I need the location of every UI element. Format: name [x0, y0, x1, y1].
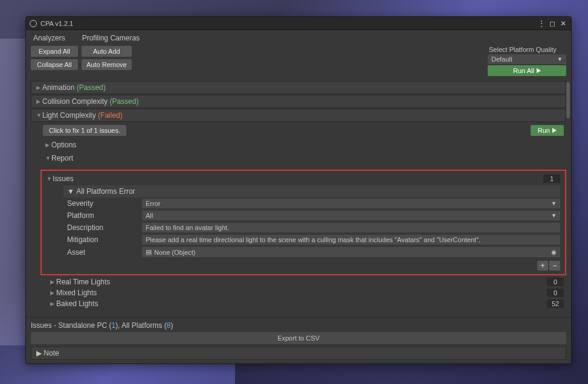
baked-lights-foldout[interactable]: ▶ Baked Lights 52 — [48, 298, 566, 309]
severity-select[interactable]: Error ▼ — [142, 199, 560, 208]
tab-row: Analyzers Profiling Cameras — [26, 30, 571, 45]
section-label: Animation — [42, 83, 74, 92]
description-label: Description — [63, 223, 142, 232]
foldout-label: Mixed Lights — [56, 289, 97, 297]
note-foldout[interactable]: ▶ Note — [31, 347, 566, 360]
footer: Issues - Standalone PC (1), All Platform… — [26, 317, 571, 363]
platform-quality-select[interactable]: Default ▼ — [488, 54, 566, 64]
note-label: Note — [44, 349, 59, 357]
light-complexity-body: Click to fix 1 of 1 issues. Run ▶ Option… — [31, 123, 566, 167]
remove-button[interactable]: − — [549, 261, 560, 270]
options-foldout[interactable]: ▶ Options — [43, 138, 564, 152]
mitigation-label: Mitigation — [63, 235, 142, 244]
severity-label: Severity — [63, 199, 142, 208]
chevron-right-icon: ▶ — [50, 279, 56, 285]
issues-summary: Issues - Standalone PC (1), All Platform… — [31, 321, 566, 330]
status-badge: (Passed) — [109, 97, 138, 106]
titlebar: CPA v1.2.1 ⋮ ◻ ✕ — [26, 17, 571, 30]
asset-label: Asset — [63, 248, 142, 257]
real-time-lights-foldout[interactable]: ▶ Real Time Lights 0 — [48, 277, 566, 287]
count-badge: 0 — [547, 289, 564, 297]
light-stats: ▶ Real Time Lights 0 ▶ Mixed Lights 0 ▶ … — [48, 277, 566, 309]
run-all-button[interactable]: Run All — [488, 65, 566, 76]
play-icon — [552, 128, 557, 133]
object-picker-icon[interactable]: ◉ — [551, 249, 557, 255]
status-badge: (Failed) — [98, 111, 123, 120]
platform-label: Platform — [63, 211, 142, 220]
expand-all-button[interactable]: Expand All — [31, 46, 78, 57]
issue-header[interactable]: ▼ All Platforms Error — [63, 185, 560, 197]
section-label: Light Complexity — [42, 111, 96, 120]
chevron-right-icon: ▶ — [36, 85, 42, 91]
report-label: Report — [51, 154, 73, 162]
chevron-right-icon: ▶ — [50, 290, 56, 296]
issues-highlight-box: ▼ Issues 1 ▼ All Platforms Error Severit… — [40, 170, 566, 275]
object-icon: ▤ — [146, 248, 152, 256]
analyzers-list: ▶ Animation (Passed) ▶ Collision Complex… — [26, 81, 571, 317]
chevron-right-icon: ▶ — [36, 349, 44, 357]
chevron-down-icon: ▼ — [551, 213, 557, 219]
menu-icon[interactable]: ⋮ — [537, 19, 546, 28]
section-label: Collision Complexity — [42, 97, 108, 106]
maximize-icon[interactable]: ◻ — [548, 19, 557, 28]
issues-count: 1 — [543, 174, 560, 183]
options-label: Options — [51, 141, 76, 149]
cpa-window: CPA v1.2.1 ⋮ ◻ ✕ Analyzers Profiling Cam… — [25, 16, 572, 364]
play-icon — [537, 68, 541, 73]
chevron-right-icon: ▶ — [36, 98, 42, 104]
foldout-label: Real Time Lights — [56, 278, 110, 286]
chevron-down-icon: ▼ — [36, 112, 42, 118]
export-csv-button[interactable]: Export to CSV — [31, 332, 566, 344]
description-field[interactable]: Failed to find an avatar light. — [142, 223, 560, 232]
tab-profiling-cameras[interactable]: Profiling Cameras — [80, 33, 142, 43]
auto-remove-button[interactable]: Auto Remove — [82, 59, 132, 70]
section-light-complexity[interactable]: ▼ Light Complexity (Failed) — [31, 109, 566, 122]
chevron-down-icon: ▼ — [551, 200, 557, 206]
toolbar: Expand All Collapse All Auto Add Auto Re… — [26, 45, 571, 81]
run-button[interactable]: Run — [531, 125, 564, 136]
platform-select[interactable]: All ▼ — [142, 211, 560, 220]
section-animation[interactable]: ▶ Animation (Passed) — [31, 81, 566, 94]
status-badge: (Passed) — [77, 83, 106, 92]
issue-title: All Platforms Error — [76, 187, 135, 196]
asset-object-field[interactable]: ▤ None (Object) ◉ — [142, 247, 560, 257]
close-icon[interactable]: ✕ — [559, 19, 567, 28]
window-title: CPA v1.2.1 — [40, 20, 73, 27]
chevron-right-icon: ▶ — [50, 301, 56, 307]
platform-quality-label: Select Platform Quality — [488, 46, 566, 53]
platform-quality-value: Default — [491, 56, 512, 63]
tab-analyzers[interactable]: Analyzers — [31, 33, 68, 43]
fix-issues-button[interactable]: Click to fix 1 of 1 issues. — [43, 125, 126, 136]
chevron-down-icon: ▼ — [557, 56, 563, 62]
mitigation-field[interactable]: Please add a real time directional light… — [142, 235, 560, 245]
auto-add-button[interactable]: Auto Add — [82, 46, 132, 57]
chevron-right-icon: ▶ — [45, 142, 51, 148]
chevron-down-icon: ▼ — [45, 155, 51, 161]
scrollbar[interactable] — [566, 82, 570, 118]
foldout-label: Baked Lights — [56, 299, 98, 308]
chevron-down-icon: ▼ — [67, 187, 76, 196]
chevron-down-icon: ▼ — [47, 176, 53, 182]
app-icon — [30, 20, 37, 27]
add-button[interactable]: + — [537, 261, 548, 270]
section-collision-complexity[interactable]: ▶ Collision Complexity (Passed) — [31, 95, 566, 108]
count-badge: 0 — [547, 278, 564, 286]
count-badge: 52 — [547, 299, 564, 308]
issues-label: Issues — [53, 174, 74, 183]
report-foldout[interactable]: ▼ Report — [43, 152, 564, 165]
mixed-lights-foldout[interactable]: ▶ Mixed Lights 0 — [48, 287, 566, 298]
collapse-all-button[interactable]: Collapse All — [31, 59, 78, 70]
issue-item: ▼ All Platforms Error Severity Error ▼ P… — [63, 185, 560, 270]
issues-foldout[interactable]: ▼ Issues 1 — [44, 172, 563, 185]
